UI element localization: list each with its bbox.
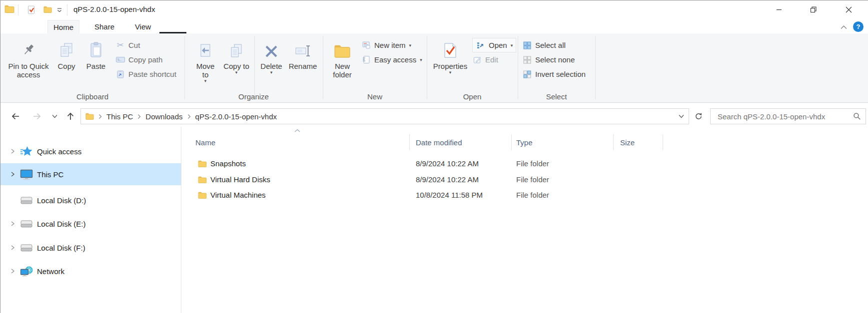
- help-button[interactable]: ?: [853, 21, 864, 32]
- close-icon: [846, 6, 852, 13]
- expand-chevron-icon[interactable]: [9, 148, 16, 154]
- column-header-name[interactable]: Name: [195, 133, 215, 151]
- copy-to-button[interactable]: Copy to▾: [223, 36, 249, 91]
- sidebar-item-this-pc[interactable]: This PC: [0, 163, 181, 185]
- column-divider[interactable]: [511, 134, 512, 150]
- file-date-modified: 8/9/2024 10:22 AM: [416, 172, 479, 187]
- rename-icon: [295, 37, 311, 58]
- tab-home[interactable]: Home: [47, 20, 79, 33]
- group-separator: [254, 36, 255, 99]
- folder-icon: [85, 113, 94, 120]
- breadcrumb-this-pc[interactable]: This PC: [106, 112, 133, 121]
- dropdown-arrow-icon: ▾: [270, 70, 273, 74]
- properties-button[interactable]: Properties ▾: [432, 36, 468, 91]
- properties-quick-icon[interactable]: [27, 5, 35, 14]
- restore-icon: [810, 6, 817, 13]
- column-divider[interactable]: [663, 134, 663, 150]
- file-row-virtual-machines[interactable]: Virtual Machines 10/8/2024 11:58 PM File…: [181, 187, 865, 203]
- collapse-ribbon-button[interactable]: [837, 22, 850, 32]
- address-dropdown-button[interactable]: [676, 109, 687, 124]
- chevron-up-icon: [840, 25, 848, 29]
- move-to-button[interactable]: Move to▾: [192, 36, 218, 91]
- back-button[interactable]: [7, 108, 24, 124]
- paste-button[interactable]: Paste: [81, 36, 110, 91]
- new-folder-button[interactable]: New folder: [327, 36, 357, 91]
- open-button[interactable]: Open ▾: [472, 38, 516, 52]
- group-separator: [518, 36, 518, 99]
- dropdown-arrow-icon: ▾: [420, 58, 422, 62]
- file-row-snapshots[interactable]: Snapshots 8/9/2024 10:22 AM File folder: [181, 156, 865, 171]
- tab-view[interactable]: View: [127, 20, 159, 33]
- file-name: Virtual Hard Disks: [210, 172, 270, 187]
- breadcrumb-downloads[interactable]: Downloads: [145, 112, 182, 121]
- group-separator: [427, 36, 427, 99]
- column-header-type[interactable]: Type: [516, 133, 533, 151]
- file-row-virtual-hard-disks[interactable]: Virtual Hard Disks 8/9/2024 10:22 AM Fil…: [181, 172, 865, 187]
- chevron-down-icon: [52, 114, 57, 118]
- pin-to-quick-access-button[interactable]: Pin to Quick access: [5, 36, 51, 91]
- easy-access-button[interactable]: Easy access ▾: [361, 52, 422, 67]
- cut-button[interactable]: ✂ Cut: [115, 38, 176, 52]
- expand-chevron-icon[interactable]: [9, 245, 16, 251]
- group-label-new: New: [323, 92, 427, 101]
- properties-icon: [444, 37, 457, 58]
- folder-icon: [198, 187, 207, 203]
- qat-customize-icon[interactable]: [56, 7, 62, 13]
- expand-chevron-icon[interactable]: [9, 171, 16, 177]
- delete-button[interactable]: Delete ▾: [258, 36, 284, 91]
- up-button[interactable]: [62, 108, 78, 124]
- column-divider[interactable]: [409, 134, 410, 150]
- restore-button[interactable]: [801, 0, 827, 18]
- forward-button[interactable]: [28, 108, 45, 124]
- column-header-size[interactable]: Size: [620, 133, 635, 151]
- easy-access-icon: [361, 55, 371, 64]
- group-label-select: Select: [518, 92, 595, 101]
- file-date-modified: 8/9/2024 10:22 AM: [416, 156, 479, 171]
- file-list-pane: Name Date modified Type Size Snapshots 8…: [181, 127, 868, 313]
- search-icon[interactable]: [853, 112, 861, 120]
- pushpin-icon: [20, 37, 36, 58]
- sidebar-item-quick-access[interactable]: Quick access: [0, 140, 181, 162]
- rename-button[interactable]: Rename: [286, 36, 319, 91]
- invert-selection-icon: [522, 70, 532, 78]
- group-label-open: Open: [427, 92, 518, 101]
- group-separator: [595, 36, 596, 99]
- tab-share[interactable]: Share: [88, 20, 120, 33]
- folder-quick-icon[interactable]: [43, 6, 52, 13]
- column-divider[interactable]: [613, 134, 614, 150]
- titlebar-divider: [18, 4, 18, 15]
- address-bar[interactable]: This PC Downloads qPS-2.0.0-15-open-vhdx: [80, 108, 689, 124]
- sidebar-item-network[interactable]: Network: [0, 260, 181, 282]
- refresh-button[interactable]: [691, 108, 706, 124]
- invert-selection-button[interactable]: Invert selection: [522, 67, 586, 81]
- edit-button[interactable]: Edit: [472, 52, 516, 67]
- disk-icon: [19, 244, 33, 252]
- refresh-icon: [695, 112, 703, 120]
- open-icon: [476, 41, 485, 49]
- new-folder-icon: [334, 37, 351, 58]
- chevron-right-icon: [187, 114, 191, 119]
- copy-button[interactable]: Copy: [52, 36, 80, 91]
- disk-icon: [19, 197, 33, 204]
- group-separator: [184, 36, 185, 99]
- select-all-button[interactable]: Select all: [522, 38, 586, 52]
- title-bar: qPS-2.0.0-15-open-vhdx: [0, 0, 868, 20]
- close-button[interactable]: [836, 0, 862, 18]
- paste-shortcut-button[interactable]: Paste shortcut: [115, 67, 176, 81]
- minimize-button[interactable]: [766, 0, 792, 18]
- column-header-date-modified[interactable]: Date modified: [416, 133, 462, 151]
- sidebar-item-local-disk-d[interactable]: Local Disk (D:): [0, 189, 181, 211]
- expand-chevron-icon[interactable]: [9, 268, 16, 274]
- forward-icon: [32, 111, 42, 121]
- copy-path-button[interactable]: \\.. Copy path: [115, 52, 176, 67]
- new-item-button[interactable]: New item ▾: [361, 38, 422, 52]
- breadcrumb-current-folder[interactable]: qPS-2.0.0-15-open-vhdx: [195, 112, 277, 121]
- sidebar-item-local-disk-e[interactable]: Local Disk (E:): [0, 213, 181, 235]
- move-to-icon: [199, 37, 212, 58]
- scissors-icon: ✂: [115, 41, 125, 49]
- select-none-button[interactable]: Select none: [522, 52, 586, 67]
- recent-locations-button[interactable]: [48, 108, 60, 124]
- sidebar-item-local-disk-f[interactable]: Local Disk (F:): [0, 237, 181, 259]
- search-input[interactable]: [717, 112, 853, 121]
- expand-chevron-icon[interactable]: [9, 221, 16, 227]
